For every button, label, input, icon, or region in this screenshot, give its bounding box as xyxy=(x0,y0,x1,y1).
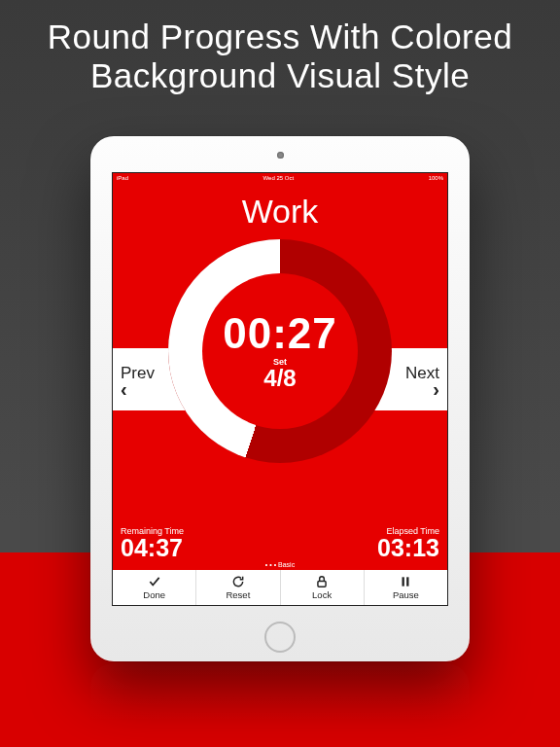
time-value: 00:27 xyxy=(223,312,337,355)
set-count: 4/8 xyxy=(263,367,296,390)
svg-rect-2 xyxy=(407,577,409,586)
done-button[interactable]: Done xyxy=(113,570,196,605)
ring-center: 00:27 Set 4/8 xyxy=(202,273,358,429)
chevron-right-icon: › xyxy=(433,383,439,395)
remaining-time: Remaining Time 04:37 xyxy=(121,526,184,560)
pause-icon xyxy=(399,575,412,588)
home-button[interactable] xyxy=(264,622,296,653)
svg-rect-0 xyxy=(318,581,326,587)
ipad-frame: iPad Wed 25 Oct 100% Work Prev ‹ Next › … xyxy=(90,136,470,661)
camera-icon xyxy=(277,152,284,159)
time-footer: Remaining Time 04:37 Elapsed Time 03:13 xyxy=(113,526,447,560)
remaining-value: 04:37 xyxy=(121,536,184,560)
pause-button[interactable]: Pause xyxy=(365,570,447,605)
next-button[interactable]: Next › xyxy=(405,364,439,395)
status-center: Wed 25 Oct xyxy=(263,175,295,181)
lock-icon xyxy=(315,575,329,588)
lock-label: Lock xyxy=(312,589,332,600)
chevron-left-icon: ‹ xyxy=(121,383,127,395)
reset-button[interactable]: Reset xyxy=(196,570,280,605)
elapsed-time: Elapsed Time 03:13 xyxy=(377,526,439,560)
reset-icon xyxy=(231,575,245,588)
check-icon xyxy=(148,575,161,588)
reflection xyxy=(90,663,470,741)
elapsed-value: 03:13 xyxy=(377,536,439,560)
progress-ring: 00:27 Set 4/8 xyxy=(168,239,392,463)
status-left: iPad xyxy=(117,175,128,181)
pause-label: Pause xyxy=(393,589,419,600)
app-screen: iPad Wed 25 Oct 100% Work Prev ‹ Next › … xyxy=(112,172,448,606)
svg-rect-1 xyxy=(402,577,404,586)
reset-label: Reset xyxy=(226,589,250,600)
status-bar: iPad Wed 25 Oct 100% xyxy=(113,173,447,183)
lock-button[interactable]: Lock xyxy=(281,570,365,605)
page-indicator[interactable]: • • • Basic xyxy=(265,561,295,568)
phase-name: Work xyxy=(113,193,447,231)
done-label: Done xyxy=(143,589,165,600)
toolbar: Done Reset Lock Pause xyxy=(113,570,447,605)
status-right: 100% xyxy=(429,175,443,181)
prev-button[interactable]: Prev ‹ xyxy=(121,364,155,395)
promo-title: Round Progress With Colored Background V… xyxy=(0,0,560,106)
